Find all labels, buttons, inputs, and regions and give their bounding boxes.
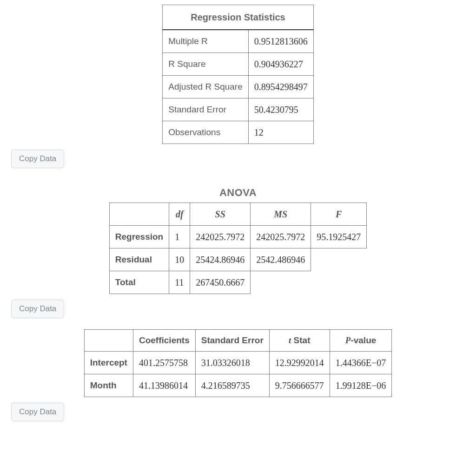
anova-header-ss: SS xyxy=(190,203,251,226)
anova-header-blank xyxy=(109,203,169,226)
coef-value: 41.13986014 xyxy=(133,374,195,397)
copy-data-button[interactable]: Copy Data xyxy=(11,300,64,318)
stat-value: 12 xyxy=(248,121,313,144)
anova-df: 10 xyxy=(169,248,190,271)
table-row: R Square 0.904936227 xyxy=(163,53,314,76)
anova-header-df: df xyxy=(169,203,190,226)
regression-statistics-title: Regression Statistics xyxy=(163,5,314,30)
table-row: Regression 1 242025.7972 242025.7972 95.… xyxy=(109,226,366,248)
anova-ms: 2542.486946 xyxy=(251,248,311,271)
table-row: Month 41.13986014 4.216589735 9.75666657… xyxy=(84,374,392,397)
stat-label: R Square xyxy=(163,53,249,76)
coef-header-t-stat: t Stat xyxy=(269,330,330,352)
coef-row-label: Intercept xyxy=(84,352,133,374)
anova-row-label: Residual xyxy=(109,248,169,271)
coef-row-label: Month xyxy=(84,374,133,397)
stat-value: 0.9512813606 xyxy=(248,30,313,53)
copy-data-button[interactable]: Copy Data xyxy=(11,403,64,421)
stat-value: 0.904936227 xyxy=(248,53,313,76)
coef-value: 401.2575758 xyxy=(133,352,195,374)
copy-data-button[interactable]: Copy Data xyxy=(11,150,64,168)
coef-header-coefficients: Coefficients xyxy=(133,330,195,352)
stat-label: Multiple R xyxy=(163,30,249,53)
anova-title: ANOVA xyxy=(10,187,466,199)
anova-row-label: Total xyxy=(109,271,169,294)
anova-ss: 25424.86946 xyxy=(190,248,251,271)
anova-df: 11 xyxy=(169,271,190,294)
anova-f-empty xyxy=(311,248,367,271)
stat-value: 50.4230795 xyxy=(248,98,313,121)
anova-header-ms: MS xyxy=(251,203,311,226)
stat-label: Adjusted R Square xyxy=(163,76,249,98)
anova-ms-empty xyxy=(251,271,311,294)
p-value: 1.99128E−06 xyxy=(330,374,392,397)
table-row: Multiple R 0.9512813606 xyxy=(163,30,314,53)
regression-statistics-table: Regression Statistics Multiple R 0.95128… xyxy=(162,5,314,144)
p-exponent: −07 xyxy=(371,358,386,368)
p-value-P: P xyxy=(345,335,351,345)
table-row: Residual 10 25424.86946 2542.486946 xyxy=(109,248,366,271)
stat-value: 0.8954298497 xyxy=(248,76,313,98)
t-stat-value: 9.756666577 xyxy=(269,374,330,397)
stat-label: Observations xyxy=(163,121,249,144)
stat-label: Standard Error xyxy=(163,98,249,121)
t-stat-rest: Stat xyxy=(291,335,310,345)
p-value: 1.44366E−07 xyxy=(330,352,392,374)
table-row: Total 11 267450.6667 xyxy=(109,271,366,294)
stderr-value: 4.216589735 xyxy=(195,374,269,397)
anova-ss: 242025.7972 xyxy=(190,226,251,248)
coef-header-p-value: P-value xyxy=(330,330,392,352)
anova-f: 95.1925427 xyxy=(311,226,367,248)
stderr-value: 31.03326018 xyxy=(195,352,269,374)
anova-row-label: Regression xyxy=(109,226,169,248)
p-exponent: −06 xyxy=(371,380,386,391)
anova-table: df SS MS F Regression 1 242025.7972 2420… xyxy=(109,203,367,294)
p-mantissa: 1.44366 xyxy=(336,358,366,368)
table-row: Observations 12 xyxy=(163,121,314,144)
anova-f-empty xyxy=(311,271,367,294)
p-value-rest: -value xyxy=(350,335,376,345)
anova-ss: 267450.6667 xyxy=(190,271,251,294)
anova-header-f: F xyxy=(311,203,367,226)
p-e: E xyxy=(366,380,371,391)
coefficients-table: Coefficients Standard Error t Stat P-val… xyxy=(84,329,392,397)
t-stat-value: 12.92992014 xyxy=(269,352,330,374)
table-row: Intercept 401.2575758 31.03326018 12.929… xyxy=(84,352,392,374)
coef-header-standard-error: Standard Error xyxy=(195,330,269,352)
p-mantissa: 1.99128 xyxy=(336,380,366,391)
anova-df: 1 xyxy=(169,226,190,248)
table-row: Standard Error 50.4230795 xyxy=(163,98,314,121)
coef-header-blank xyxy=(84,330,133,352)
p-e: E xyxy=(366,358,371,368)
anova-ms: 242025.7972 xyxy=(251,226,311,248)
table-row: Adjusted R Square 0.8954298497 xyxy=(163,76,314,98)
